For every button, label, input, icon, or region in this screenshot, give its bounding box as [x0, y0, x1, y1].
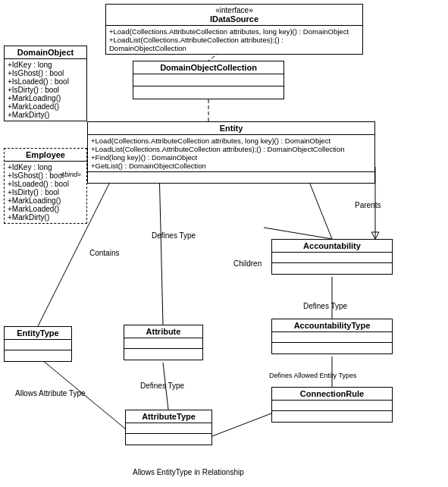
entity-box: Entity +Load(Collections.AttributeCollec… — [87, 121, 375, 184]
idatasource-stereotype: «interface» — [109, 6, 359, 14]
attributetype-title: AttributeType — [126, 410, 211, 423]
domainobject-title: DomainObject — [5, 46, 86, 59]
connectionrule-title: ConnectionRule — [272, 388, 392, 401]
attributetype-s1 — [126, 423, 211, 434]
domainobject-box: DomainObject +IdKey : long +IsGhost() : … — [4, 46, 87, 121]
attribute-s1 — [124, 338, 202, 349]
entitytype-title: EntityType — [5, 327, 71, 340]
entitytype-s2 — [5, 350, 71, 361]
attributetype-s2 — [126, 434, 211, 445]
domainobjectcollection-title: DomainObjectCollection — [133, 61, 284, 74]
children-label: Children — [233, 259, 262, 268]
connectionrule-s1 — [272, 401, 392, 411]
allows-attribute-label: Allows Attribute Type — [15, 389, 86, 397]
domainobjectcollection-body — [133, 74, 284, 86]
uml-diagram: «interface» IDataSource +Load(Collection… — [0, 0, 448, 487]
entity-title: Entity — [88, 122, 374, 135]
entitytype-s1 — [5, 340, 71, 350]
attribute-s2 — [124, 349, 202, 360]
contains-label: Contains — [89, 249, 119, 257]
accountability-s2 — [272, 263, 392, 274]
domainobjectcollection-box: DomainObjectCollection — [133, 61, 284, 99]
entity-methods: +Load(Collections.AttributeCollection at… — [88, 135, 374, 172]
employee-title: Employee — [5, 149, 86, 162]
accountabilitytype-s2 — [272, 343, 392, 353]
connectionrule-s2 — [272, 411, 392, 422]
accountabilitytype-title: AccountabilityType — [272, 319, 392, 332]
domainobjectcollection-body2 — [133, 86, 284, 99]
attribute-box: Attribute — [124, 325, 203, 360]
idatasource-methods: +Load(Collections.AttributeCollection at… — [106, 26, 362, 54]
defines-type-1-label: Defines Type — [152, 231, 196, 240]
accountability-title: Accountability — [272, 240, 392, 253]
defines-type-2-label: Defines Type — [303, 302, 347, 310]
idatasource-box: «interface» IDataSource +Load(Collection… — [105, 4, 363, 55]
idatasource-title: «interface» IDataSource — [106, 5, 362, 26]
employee-box: Employee +IdKey : long +IsGhost() : bool… — [4, 148, 87, 224]
attributetype-box: AttributeType — [125, 410, 212, 445]
accountability-box: Accountability — [271, 239, 393, 275]
defines-allowed-label: Defines Allowed Entity Types — [269, 372, 356, 379]
entity-section2 — [88, 172, 374, 183]
accountability-s1 — [272, 253, 392, 263]
connectionrule-box: ConnectionRule — [271, 387, 393, 423]
accountabilitytype-s1 — [272, 332, 392, 343]
allows-entity-label: Allows EntityType in Relationship — [133, 468, 244, 476]
domainobject-attrs: +IdKey : long +IsGhost() : bool +IsLoade… — [5, 59, 86, 121]
bind-label: «bind» — [61, 171, 81, 178]
svg-line-6 — [159, 167, 163, 325]
parents-label: Parents — [355, 201, 381, 209]
defines-type-3-label: Defines Type — [140, 382, 184, 390]
attribute-title: Attribute — [124, 325, 202, 338]
entitytype-box: EntityType — [4, 326, 72, 362]
svg-line-13 — [264, 228, 332, 239]
accountabilitytype-box: AccountabilityType — [271, 319, 393, 354]
svg-line-12 — [212, 413, 271, 436]
svg-marker-15 — [371, 232, 379, 239]
